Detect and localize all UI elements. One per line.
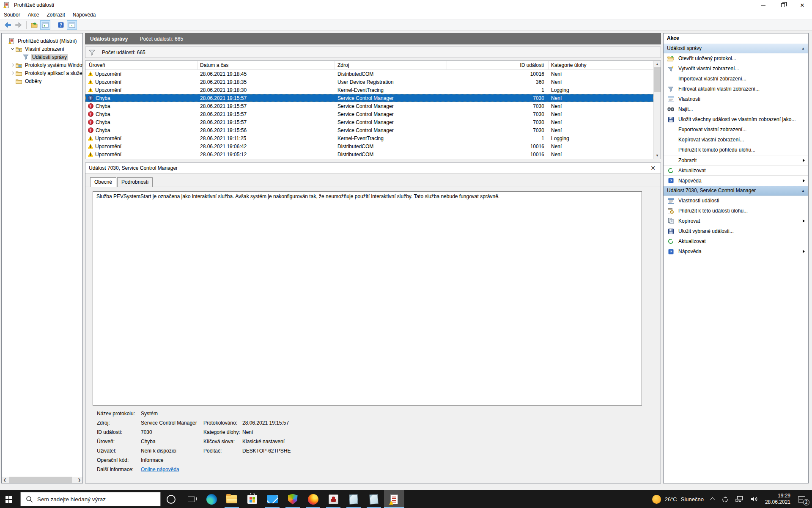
scroll-left-icon[interactable]: ❮ xyxy=(2,477,8,483)
taskbar-app-antivirus[interactable] xyxy=(283,490,303,508)
column-header-source[interactable]: Zdroj xyxy=(335,61,447,69)
help-button[interactable]: ? xyxy=(56,20,66,30)
action-p-idru-it-k-tomuto-pohledu-lohu[interactable]: Přidružit k tomuto pohledu úlohu... xyxy=(664,145,808,155)
table-row[interactable]: Upozornění28.06.2021 19:06:42Distributed… xyxy=(85,142,653,150)
menu-akce[interactable]: Akce xyxy=(24,11,43,19)
tree-item-odb-ry[interactable]: Odběry xyxy=(2,77,82,85)
action-aktualizovat[interactable]: Aktualizovat xyxy=(664,165,808,175)
taskbar-app-file-explorer[interactable] xyxy=(222,490,242,508)
action-filtrovat-aktu-ln-vlastn-zobrazen[interactable]: Filtrovat aktuální vlastní zobrazení... xyxy=(664,84,808,94)
action-n-pov-da[interactable]: ?Nápověda xyxy=(664,175,808,185)
scroll-right-icon[interactable]: ❯ xyxy=(76,477,82,483)
action-n-pov-da[interactable]: ?Nápověda xyxy=(664,246,808,257)
menu-soubor[interactable]: Soubor xyxy=(0,11,24,19)
action-naj-t[interactable]: Najít... xyxy=(664,104,808,114)
scrollbar-track[interactable] xyxy=(654,92,661,152)
action-aktualizovat[interactable]: Aktualizovat xyxy=(664,236,808,246)
detail-close-button[interactable]: ✕ xyxy=(649,165,657,171)
taskbar-app-notepad[interactable] xyxy=(343,490,364,508)
tree-item-prohl-e-ud-lost-m-stn-[interactable]: Prohlížeč událostí (Místní) xyxy=(2,37,82,45)
column-header-category[interactable]: Kategorie úlohy xyxy=(549,61,653,69)
column-header-level[interactable]: Úroveň xyxy=(85,61,198,69)
taskbar-app-store[interactable] xyxy=(242,490,262,508)
table-row[interactable]: Upozornění28.06.2021 19:05:12Distributed… xyxy=(85,150,653,158)
table-row[interactable]: !Chyba28.06.2021 19:15:57Service Control… xyxy=(85,94,653,102)
taskbar-app-notepad-2[interactable] xyxy=(364,490,384,508)
column-header-event-id[interactable]: ID události xyxy=(447,61,549,69)
network-button[interactable] xyxy=(732,490,747,508)
tree-item-protokoly-aplikac-a-slu-eb[interactable]: Protokoly aplikací a služeb xyxy=(2,69,82,77)
minimize-button[interactable] xyxy=(754,0,773,10)
menu-napoveda[interactable]: Nápověda xyxy=(69,11,100,19)
clock[interactable]: 19:29 28.06.2021 xyxy=(762,493,794,505)
scroll-down-icon[interactable]: ▼ xyxy=(654,152,661,159)
start-button[interactable] xyxy=(0,490,20,508)
back-button[interactable] xyxy=(3,20,13,30)
column-header-datetime[interactable]: Datum a čas xyxy=(198,61,335,69)
action-kop-rovat[interactable]: Kopírovat xyxy=(664,216,808,226)
action-otev-t-ulo-en-protokol[interactable]: Otevřít uložený protokol... xyxy=(664,53,808,64)
menu-zobrazit[interactable]: Zobrazit xyxy=(43,11,69,19)
tray-update-button[interactable] xyxy=(718,490,732,508)
task-view-button[interactable] xyxy=(181,490,201,508)
table-row[interactable]: !Chyba28.06.2021 19:15:57Service Control… xyxy=(85,102,653,110)
action-vlastnosti-ud-losti[interactable]: Vlastnosti události xyxy=(664,196,808,206)
table-row[interactable]: Upozornění28.06.2021 19:18:35User Device… xyxy=(85,78,653,86)
online-help-link[interactable]: Online nápověda xyxy=(141,467,179,472)
expander-collapsed-icon[interactable] xyxy=(11,64,14,66)
tree-item-protokoly-syst-mu-windows[interactable]: Protokoly systému Windows xyxy=(2,61,82,69)
action-kop-rovat-vlastn-zobrazen[interactable]: Kopírovat vlastní zobrazení... xyxy=(664,135,808,145)
action-zobrazit[interactable]: Zobrazit xyxy=(664,155,808,165)
collapse-icon[interactable]: ▲ xyxy=(801,47,805,50)
table-row[interactable]: Upozornění28.06.2021 19:18:45Distributed… xyxy=(85,70,653,78)
table-row[interactable]: Upozornění28.06.2021 19:18:30Kernel-Even… xyxy=(85,86,653,94)
taskbar-app-edge[interactable] xyxy=(201,490,222,508)
field-value[interactable]: Online nápověda xyxy=(141,467,203,472)
taskbar-app-mail[interactable] xyxy=(262,490,283,508)
close-button[interactable]: ✕ xyxy=(793,0,812,10)
table-row[interactable]: !Chyba28.06.2021 19:15:56Service Control… xyxy=(85,126,653,134)
scrollbar-thumb[interactable] xyxy=(9,477,72,483)
event-list-vertical-scrollbar[interactable]: ▲ ▼ xyxy=(653,61,661,159)
action-exportovat-vlastn-zobrazen[interactable]: Exportovat vlastní zobrazení... xyxy=(664,124,808,135)
tree-item-ud-losti-spr-vy[interactable]: Události správy xyxy=(2,53,82,61)
export-folder-button[interactable] xyxy=(29,20,39,30)
action-vlastnosti[interactable]: Vlastnosti xyxy=(664,94,808,104)
event-description[interactable]: Služba PEVSystemStart je označena jako i… xyxy=(93,191,642,406)
scroll-up-icon[interactable]: ▲ xyxy=(654,61,661,67)
hidden-icons-button[interactable] xyxy=(708,490,718,508)
taskbar-app-firefox[interactable] xyxy=(303,490,323,508)
console-tree-toggle-button[interactable] xyxy=(40,20,50,30)
action-ulo-it-vybran-ud-losti[interactable]: Uložit vybrané události... xyxy=(664,226,808,236)
action-vytvo-it-vlastn-zobrazen[interactable]: Vytvořit vlastní zobrazení... xyxy=(664,64,808,74)
action-label: Filtrovat aktuální vlastní zobrazení... xyxy=(678,86,805,92)
tab-obecne[interactable]: Obecné xyxy=(90,177,116,187)
tree-item-vlastn-zobrazen-[interactable]: Vlastní zobrazení xyxy=(2,45,82,53)
volume-button[interactable] xyxy=(747,490,762,508)
restore-button[interactable] xyxy=(773,0,793,10)
tab-podrobnosti[interactable]: Podrobnosti xyxy=(117,177,153,187)
action-importovat-vlastn-zobrazen[interactable]: Importovat vlastní zobrazení... xyxy=(664,74,808,84)
expander-collapsed-icon[interactable] xyxy=(11,72,14,75)
actions-section-events[interactable]: Události správy ▲ xyxy=(664,43,808,53)
tree-horizontal-scrollbar[interactable]: ❮ ❯ xyxy=(2,477,82,483)
taskbar-search-input[interactable]: Sem zadejte hledaný výraz xyxy=(20,492,161,506)
action-center-button[interactable]: 2 xyxy=(794,490,812,508)
actions-section-selected-event[interactable]: Událost 7030, Service Control Manager ▲ xyxy=(664,185,808,196)
taskbar-app-red-tool[interactable] xyxy=(323,490,343,508)
folder-windows-icon xyxy=(15,62,22,68)
collapse-icon[interactable]: ▲ xyxy=(801,189,805,193)
table-row[interactable]: !Chyba28.06.2021 19:15:57Service Control… xyxy=(85,110,653,118)
table-row[interactable]: !Chyba28.06.2021 19:15:57Service Control… xyxy=(85,118,653,126)
action-pane-toggle-button[interactable] xyxy=(67,20,77,30)
weather-widget[interactable]: 26°C Slunečno xyxy=(648,490,708,508)
forward-button[interactable] xyxy=(14,20,24,30)
action-p-idru-it-k-t-to-ud-losti-lohu[interactable]: Přidružit k této události úlohu... xyxy=(664,206,808,216)
table-row[interactable]: Upozornění28.06.2021 19:11:25Kernel-Even… xyxy=(85,134,653,142)
expander-expanded-icon[interactable] xyxy=(11,47,14,50)
cortana-button[interactable] xyxy=(161,490,181,508)
taskbar-app-event-viewer[interactable] xyxy=(384,490,404,508)
scrollbar-thumb[interactable] xyxy=(654,67,661,92)
action-ulo-it-v-echny-ud-losti-ve-vlastn-m-zobrazen-jako[interactable]: Uložit všechny události ve vlastním zobr… xyxy=(664,114,808,124)
action-label: Přidružit k tomuto pohledu úlohu... xyxy=(678,147,805,153)
